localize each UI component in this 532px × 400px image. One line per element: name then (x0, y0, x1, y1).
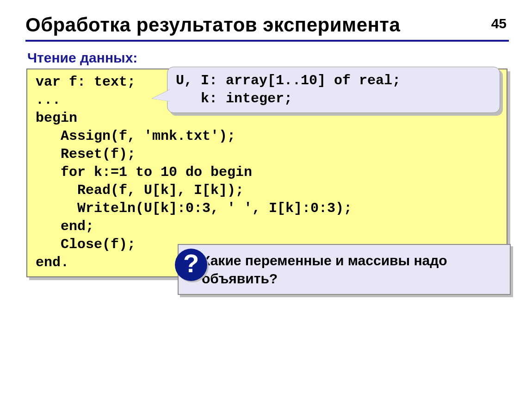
question-text: Какие переменные и массивы надо объявить… (202, 253, 447, 286)
code-block: var f: text; ... begin Assign(f, 'mnk.tx… (26, 69, 507, 277)
callout-text: U, I: array[1..10] of real; k: integer; (176, 72, 491, 108)
title-divider (25, 40, 509, 42)
slide-title: Обработка результатов эксперимента (25, 14, 509, 36)
page-number: 45 (491, 16, 507, 31)
question-mark-icon: ? (175, 249, 207, 281)
declaration-callout: U, I: array[1..10] of real; k: integer; (167, 67, 500, 113)
callout-tail-icon (152, 89, 170, 101)
slide: 45 Обработка результатов эксперимента Чт… (0, 0, 532, 400)
question-box: ? Какие переменные и массивы надо объяви… (178, 244, 511, 295)
section-subtitle: Чтение данных: (27, 50, 509, 66)
question-callout: ? Какие переменные и массивы надо объяви… (159, 244, 511, 295)
